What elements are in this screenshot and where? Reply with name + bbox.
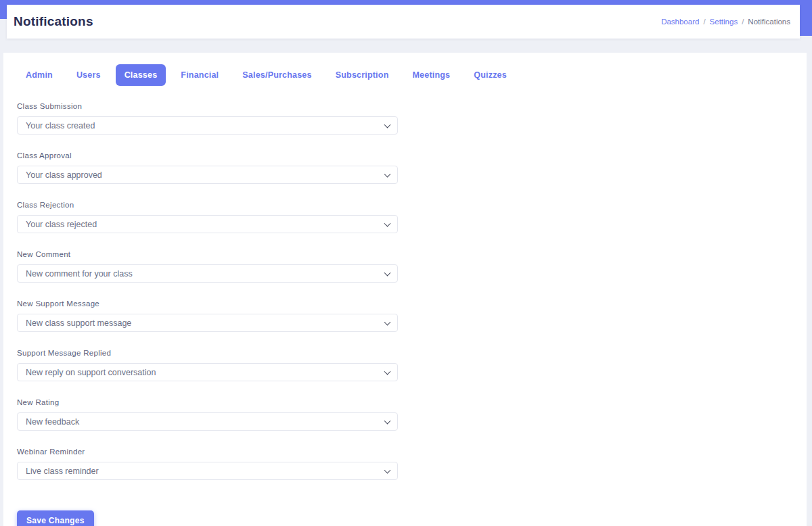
select-class-rejection[interactable]: Your class rejected [17, 215, 398, 233]
form-group: Class Submission Your class created [17, 102, 398, 135]
breadcrumb-item-dashboard[interactable]: Dashboard [661, 18, 699, 26]
form-group: Class Rejection Your class rejected [17, 201, 398, 233]
form-group: Webinar Reminder Live class reminder [17, 448, 398, 480]
label-class-rejection: Class Rejection [17, 201, 398, 209]
form-group: Class Approval Your class approved [17, 151, 398, 184]
select-wrapper: New feedback [17, 412, 398, 431]
tab-subscription[interactable]: Subscription [327, 64, 398, 86]
select-wrapper: New reply on support conversation [17, 363, 398, 381]
form-group: New Support Message New class support me… [17, 300, 398, 332]
breadcrumb-separator: / [703, 18, 705, 26]
form-group: New Rating New feedback [17, 398, 398, 431]
save-changes-button[interactable]: Save Changes [17, 510, 94, 526]
page-title: Notifications [14, 14, 93, 29]
select-wrapper: Live class reminder [17, 462, 398, 480]
tab-admin[interactable]: Admin [17, 64, 62, 86]
page: Notifications Dashboard/Settings/Notific… [0, 0, 812, 526]
select-wrapper: Your class created [17, 116, 398, 135]
breadcrumb-separator: / [742, 18, 744, 26]
label-new-support-message: New Support Message [17, 300, 398, 308]
select-wrapper: Your class rejected [17, 215, 398, 233]
tab-classes[interactable]: Classes [116, 64, 166, 86]
select-new-comment[interactable]: New comment for your class [17, 264, 398, 283]
tab-meetings[interactable]: Meetings [403, 64, 459, 86]
section-header: Notifications Dashboard/Settings/Notific… [7, 5, 800, 39]
tab-sales-purchases[interactable]: Sales/Purchases [233, 64, 320, 86]
label-new-rating: New Rating [17, 398, 398, 406]
label-webinar-reminder: Webinar Reminder [17, 448, 398, 456]
breadcrumb-item-notifications: Notifications [748, 18, 790, 26]
select-wrapper: New class support message [17, 314, 398, 332]
select-wrapper: New comment for your class [17, 264, 398, 283]
notification-settings-form: Class Submission Your class created Clas… [17, 102, 398, 480]
select-class-submission[interactable]: Your class created [17, 116, 398, 135]
select-wrapper: Your class approved [17, 166, 398, 184]
tab-quizzes[interactable]: Quizzes [465, 64, 516, 86]
tab-financial[interactable]: Financial [172, 64, 227, 86]
select-new-rating[interactable]: New feedback [17, 412, 398, 431]
form-group: New Comment New comment for your class [17, 250, 398, 283]
breadcrumb: Dashboard/Settings/Notifications [661, 18, 793, 26]
select-webinar-reminder[interactable]: Live class reminder [17, 462, 398, 480]
tabs-nav: AdminUsersClassesFinancialSales/Purchase… [17, 64, 793, 86]
breadcrumb-item-settings[interactable]: Settings [710, 18, 738, 26]
content-card: AdminUsersClassesFinancialSales/Purchase… [3, 53, 807, 526]
select-support-message-replied[interactable]: New reply on support conversation [17, 363, 398, 381]
select-class-approval[interactable]: Your class approved [17, 166, 398, 184]
label-class-submission: Class Submission [17, 102, 398, 110]
form-group: Support Message Replied New reply on sup… [17, 349, 398, 381]
label-new-comment: New Comment [17, 250, 398, 258]
topbar-accent-strip [0, 0, 812, 5]
label-support-message-replied: Support Message Replied [17, 349, 398, 357]
topbar-left-accent [0, 0, 7, 19]
label-class-approval: Class Approval [17, 151, 398, 160]
select-new-support-message[interactable]: New class support message [17, 314, 398, 332]
tab-users[interactable]: Users [68, 64, 110, 86]
topbar-right-accent [800, 0, 812, 36]
